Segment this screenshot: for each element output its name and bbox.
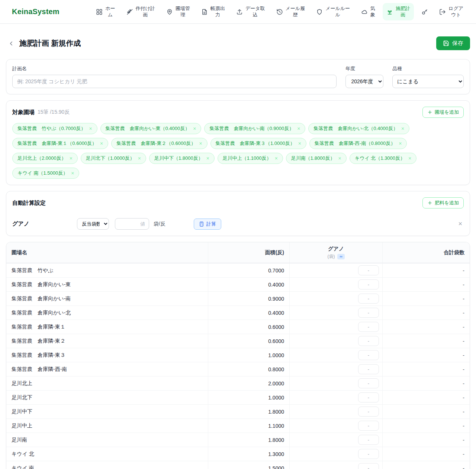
cell-field-name: 集落営農 倉庫隣-東１	[6, 321, 208, 333]
brand-logo[interactable]: KeinaSystem	[12, 7, 60, 16]
nav-item-report-output[interactable]: 帳票出 力	[197, 3, 229, 21]
remove-tag-icon[interactable]: ×	[399, 141, 402, 146]
guano-bags-input[interactable]	[358, 449, 379, 459]
remove-tag-icon[interactable]: ×	[297, 126, 300, 131]
guano-bags-input[interactable]	[358, 407, 379, 417]
guano-bags-input[interactable]	[358, 322, 379, 332]
top-navbar: KeinaSystem ホー ム 作付け計 画 圃場管 理 帳票出 力 データ取…	[0, 0, 476, 24]
nav-item-weather[interactable]: 気 象	[357, 3, 379, 21]
cell-area: 2.0000	[208, 376, 289, 390]
nav-item-mail-rules[interactable]: メールルー ル	[312, 3, 354, 21]
cell-area: 0.4000	[208, 306, 289, 320]
guano-bags-input[interactable]	[358, 392, 379, 402]
add-fertilizer-button-label: 肥料を追加	[435, 200, 459, 206]
guano-bags-input[interactable]	[358, 378, 379, 388]
map-pin-icon	[166, 9, 173, 15]
field-tag-label: 集落営農 倉庫向かい-南（0.9000反）	[209, 125, 294, 132]
field-tag-label: 集落営農 倉庫向かい-東（0.4000反）	[106, 125, 190, 132]
cell-field-name: 足川北上	[6, 377, 208, 390]
calc-value-input[interactable]	[115, 218, 149, 230]
col-header-total-bags: 合計袋数	[382, 242, 470, 263]
add-fertilizer-button[interactable]: 肥料を追加	[422, 197, 464, 208]
save-button[interactable]: 保存	[436, 36, 470, 50]
remove-tag-icon[interactable]: ×	[70, 156, 73, 161]
guano-bags-input[interactable]	[358, 265, 379, 275]
field-tag-list: 集落営農 竹やぶ（0.7000反） × 集落営農 倉庫向かい-東（0.4000反…	[12, 123, 464, 179]
table-row: 足川中上 1.1000 -	[6, 418, 470, 433]
remove-tag-icon[interactable]: ×	[89, 126, 92, 131]
cell-field-name: 足川中下	[6, 405, 208, 418]
remove-tag-icon[interactable]: ×	[193, 126, 196, 131]
table-header-row: 圃場名 面積(反) グアノ (袋) ≃ 合計袋数	[6, 242, 470, 263]
calculator-icon	[199, 221, 204, 227]
target-fields-card: 対象圃場 15筆 /15.90反 圃場を追加 集落営農 竹やぶ（0.7000反）…	[6, 100, 470, 185]
remove-tag-icon[interactable]: ×	[408, 156, 411, 161]
field-tag-label: 集落営農 倉庫隣-東１（0.6000反）	[17, 140, 97, 147]
variety-select[interactable]: にこまる	[392, 75, 464, 88]
cell-total-bags: -	[382, 278, 470, 291]
field-tag: キウイ 南（1.5000反） ×	[12, 168, 79, 179]
guano-bags-input[interactable]	[358, 294, 379, 304]
guano-bags-input[interactable]	[358, 279, 379, 290]
cell-guano	[289, 320, 382, 334]
nav-item-mail-history[interactable]: メール履 歴	[273, 3, 309, 21]
fertilizer-calc-row: グアノ 反当袋数 袋/反 計算 ×	[12, 218, 464, 230]
field-tag: 足川南（1.8000反） ×	[286, 153, 347, 164]
calc-mode-select[interactable]: 反当袋数	[77, 218, 109, 230]
cell-total-bags: -	[382, 334, 470, 348]
target-fields-count: 15筆 /15.90反	[38, 109, 70, 116]
cell-field-name: キウイ 南	[6, 462, 208, 469]
remove-tag-icon[interactable]: ×	[71, 171, 74, 176]
cell-field-name: 足川北下	[6, 391, 208, 404]
table-row: キウイ 北 1.3000 -	[6, 447, 470, 461]
year-select[interactable]: 2026年度	[345, 75, 383, 88]
guano-bags-input[interactable]	[358, 350, 379, 360]
remove-tag-icon[interactable]: ×	[138, 156, 141, 161]
guano-bags-input[interactable]	[358, 308, 379, 318]
chevron-left-icon	[8, 40, 15, 47]
page-header: 施肥計画 新規作成 保存	[0, 24, 476, 50]
guano-bags-input[interactable]	[358, 421, 379, 431]
guano-bags-input[interactable]	[358, 364, 379, 374]
nav-item-field-management[interactable]: 圃場管 理	[163, 3, 194, 21]
nav-item-home[interactable]: ホー ム	[92, 3, 119, 21]
cell-area: 0.6000	[208, 320, 289, 334]
remove-tag-icon[interactable]: ×	[275, 156, 278, 161]
calculate-button[interactable]: 計算	[194, 219, 221, 230]
nav-item-label: 施肥計 画	[396, 6, 410, 18]
cell-field-name: 集落営農 竹やぶ	[6, 264, 208, 277]
table-row: 集落営農 倉庫隣-西-南 0.8000 -	[6, 362, 470, 376]
cell-area: 0.4000	[208, 278, 289, 291]
cell-total-bags: -	[382, 391, 470, 404]
field-tag-label: 集落営農 倉庫隣-西-南（0.8000反）	[315, 140, 395, 147]
cell-total-bags: -	[382, 348, 470, 362]
nav-item-cropping-plan[interactable]: 作付け計 画	[123, 3, 159, 21]
field-tag: 集落営農 倉庫隣-西-南（0.8000反） ×	[309, 138, 407, 149]
nav-item-api-key[interactable]	[418, 6, 432, 18]
remove-tag-icon[interactable]: ×	[100, 141, 103, 146]
remove-tag-icon[interactable]: ×	[401, 126, 404, 131]
cell-field-name: 集落営農 倉庫向かい-北	[6, 307, 208, 319]
approx-toggle-badge[interactable]: ≃	[337, 254, 344, 259]
remove-fertilizer-icon[interactable]: ×	[457, 220, 464, 228]
nav-item-fertilization-plan[interactable]: 施肥計 画	[383, 3, 414, 21]
plus-icon	[427, 110, 432, 115]
add-field-button[interactable]: 圃場を追加	[422, 107, 464, 118]
guano-bags-input[interactable]	[358, 463, 379, 469]
remove-tag-icon[interactable]: ×	[199, 141, 202, 146]
cloud-icon	[361, 9, 368, 15]
guano-bags-input[interactable]	[358, 336, 379, 346]
remove-tag-icon[interactable]: ×	[206, 156, 209, 161]
remove-tag-icon[interactable]: ×	[338, 156, 341, 161]
guano-bags-input[interactable]	[358, 435, 379, 445]
field-tag-label: 足川北上（2.0000反）	[17, 155, 66, 162]
back-button[interactable]	[6, 38, 16, 49]
plus-icon	[427, 200, 432, 206]
plan-name-input[interactable]	[12, 75, 337, 88]
remove-tag-icon[interactable]: ×	[298, 141, 301, 146]
nav-item-logout[interactable]: ログア ウト	[435, 3, 467, 21]
field-tag-label: 足川中上（1.1000反）	[223, 155, 271, 162]
nav-item-data-import[interactable]: データ取 込	[232, 3, 269, 21]
field-tag-label: 集落営農 倉庫向かい-北（0.4000反）	[313, 125, 398, 132]
cell-field-name: 集落営農 倉庫隣-東２	[6, 335, 208, 347]
